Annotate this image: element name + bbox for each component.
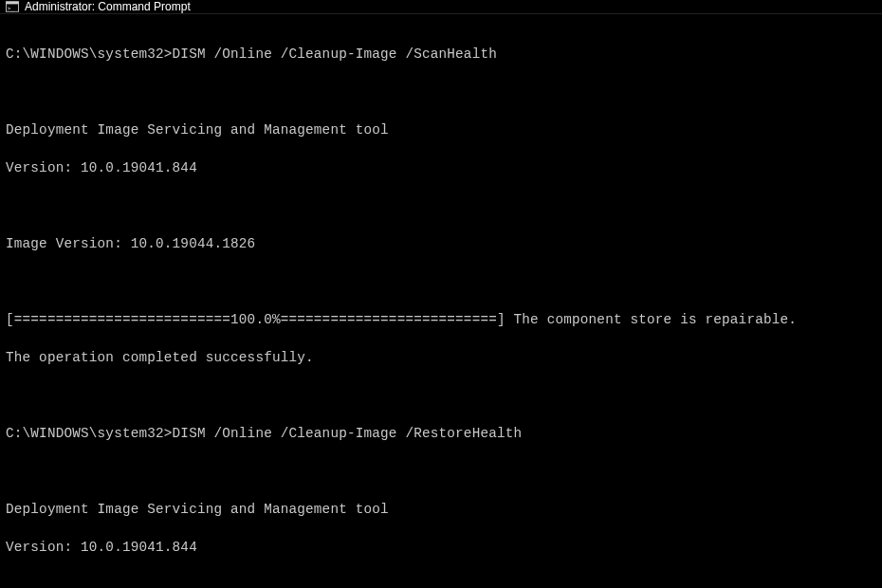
output-line: Deployment Image Servicing and Managemen…: [6, 120, 876, 139]
terminal-output[interactable]: C:\WINDOWS\system32>DISM /Online /Cleanu…: [0, 14, 882, 588]
output-line: Version: 10.0.19041.844: [6, 158, 876, 177]
output-line: [6, 462, 876, 481]
cmd-icon: >_: [6, 0, 19, 13]
output-line: [6, 83, 876, 101]
output-line: [==========================100.0%=======…: [6, 310, 876, 329]
output-line: [6, 196, 876, 215]
output-line: [6, 576, 876, 588]
output-line: The operation completed successfully.: [6, 348, 876, 367]
output-line: [6, 272, 876, 291]
window-title: Administrator: Command Prompt: [25, 0, 191, 13]
command-prompt-window: >_ Administrator: Command Prompt C:\WIND…: [0, 0, 882, 588]
titlebar[interactable]: >_ Administrator: Command Prompt: [0, 0, 882, 14]
output-line: Deployment Image Servicing and Managemen…: [6, 500, 876, 519]
output-line: [6, 386, 876, 405]
output-line: C:\WINDOWS\system32>DISM /Online /Cleanu…: [6, 45, 876, 64]
output-line: C:\WINDOWS\system32>DISM /Online /Cleanu…: [6, 424, 876, 443]
svg-text:>_: >_: [8, 5, 15, 12]
output-line: Version: 10.0.19041.844: [6, 538, 876, 557]
output-line: Image Version: 10.0.19044.1826: [6, 234, 876, 253]
